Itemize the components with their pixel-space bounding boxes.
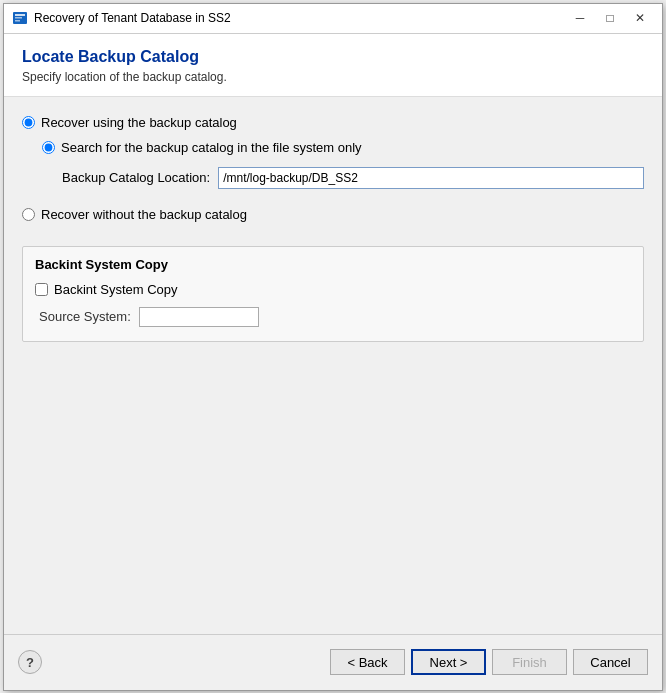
cancel-button[interactable]: Cancel: [573, 649, 648, 675]
main-window: Recovery of Tenant Database in SS2 ─ □ ✕…: [3, 3, 663, 691]
minimize-button[interactable]: ─: [566, 7, 594, 29]
sub-options: Search for the backup catalog in the fil…: [42, 140, 644, 189]
svg-rect-2: [15, 17, 22, 19]
recover-with-catalog-row: Recover using the backup catalog: [22, 115, 644, 130]
recover-with-catalog-label[interactable]: Recover using the backup catalog: [41, 115, 237, 130]
footer-buttons: < Back Next > Finish Cancel: [330, 649, 648, 675]
footer-left: ?: [18, 650, 330, 674]
recover-without-catalog-row: Recover without the backup catalog: [22, 207, 644, 222]
header-section: Locate Backup Catalog Specify location o…: [4, 34, 662, 97]
content-area: Recover using the backup catalog Search …: [4, 97, 662, 634]
help-button[interactable]: ?: [18, 650, 42, 674]
recover-with-catalog-radio[interactable]: [22, 116, 35, 129]
svg-rect-1: [15, 14, 25, 16]
catalog-location-input[interactable]: [218, 167, 644, 189]
source-system-row: Source System:: [39, 307, 631, 327]
back-button[interactable]: < Back: [330, 649, 405, 675]
backint-section: Backint System Copy Backint System Copy …: [22, 246, 644, 342]
search-filesystem-row: Search for the backup catalog in the fil…: [42, 140, 644, 155]
catalog-location-row: Backup Catalog Location:: [62, 167, 644, 189]
svg-rect-3: [15, 20, 20, 22]
window-controls: ─ □ ✕: [566, 7, 654, 29]
close-button[interactable]: ✕: [626, 7, 654, 29]
page-subtitle: Specify location of the backup catalog.: [22, 70, 644, 84]
next-button[interactable]: Next >: [411, 649, 486, 675]
source-system-input[interactable]: [139, 307, 259, 327]
window-title: Recovery of Tenant Database in SS2: [34, 11, 566, 25]
backint-checkbox-row: Backint System Copy: [35, 282, 631, 297]
maximize-button[interactable]: □: [596, 7, 624, 29]
recover-without-catalog-radio[interactable]: [22, 208, 35, 221]
catalog-location-label: Backup Catalog Location:: [62, 170, 210, 185]
main-options-group: Recover using the backup catalog Search …: [22, 115, 644, 342]
footer: ? < Back Next > Finish Cancel: [4, 634, 662, 690]
titlebar: Recovery of Tenant Database in SS2 ─ □ ✕: [4, 4, 662, 34]
backint-checkbox-label[interactable]: Backint System Copy: [54, 282, 178, 297]
recover-without-catalog-label[interactable]: Recover without the backup catalog: [41, 207, 247, 222]
backint-section-title: Backint System Copy: [35, 257, 631, 272]
source-system-label: Source System:: [39, 309, 131, 324]
finish-button[interactable]: Finish: [492, 649, 567, 675]
search-filesystem-label[interactable]: Search for the backup catalog in the fil…: [61, 140, 362, 155]
search-filesystem-radio[interactable]: [42, 141, 55, 154]
page-title: Locate Backup Catalog: [22, 48, 644, 66]
window-icon: [12, 10, 28, 26]
backint-checkbox[interactable]: [35, 283, 48, 296]
